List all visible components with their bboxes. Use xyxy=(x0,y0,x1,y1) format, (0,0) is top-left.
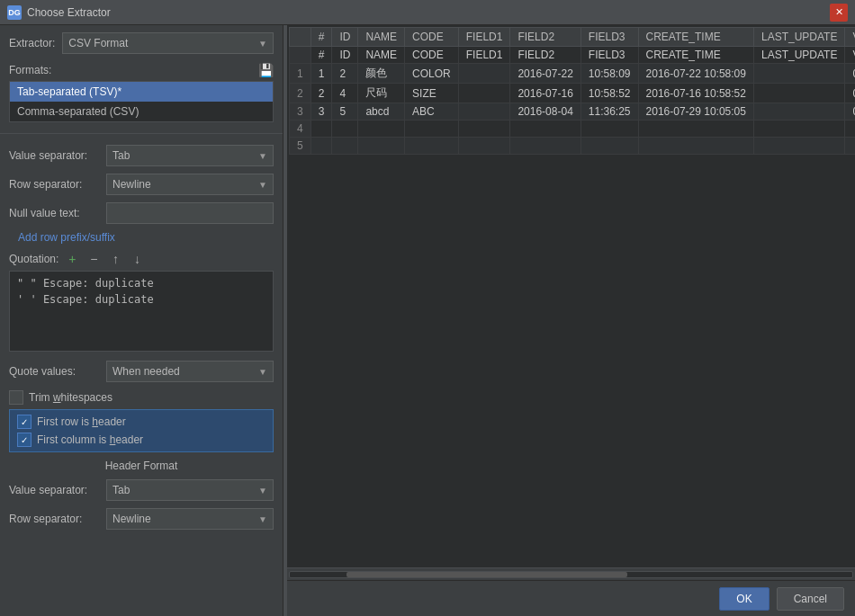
table-cell xyxy=(458,64,510,84)
col-header-field3: FIELD3 xyxy=(580,28,638,47)
table-cell xyxy=(845,121,855,138)
first-column-header-label: First column is header xyxy=(37,433,143,446)
row-number-cell: 4 xyxy=(290,121,311,138)
row-separator-2-row: Row separator: Newline ▼ xyxy=(0,504,283,533)
table-cell xyxy=(580,138,638,155)
table-cell xyxy=(458,103,510,121)
table-cell: # xyxy=(310,47,332,64)
first-row-header-label: First row is header xyxy=(37,415,126,428)
table-cell: 2016-08-04 xyxy=(510,103,580,121)
ok-button[interactable]: OK xyxy=(719,587,769,611)
table-cell: 3 xyxy=(310,103,332,121)
table-cell xyxy=(753,121,844,138)
add-row-prefix-row: Add row prefix/suffix xyxy=(0,228,283,247)
table-cell: 2016-07-29 10:05:05 xyxy=(638,103,753,121)
quotation-up-button[interactable]: ↑ xyxy=(107,251,123,267)
col-header-rownum xyxy=(290,28,311,47)
table-cell: 2016-07-22 xyxy=(510,64,580,84)
quotation-label: Quotation: xyxy=(9,253,58,265)
col-header-last-update: LAST_UPDATE xyxy=(753,28,844,47)
extractor-row: Extractor: CSV Format ▼ xyxy=(0,25,283,59)
table-cell xyxy=(332,121,358,138)
table-cell xyxy=(458,121,510,138)
quotation-down-button[interactable]: ↓ xyxy=(129,251,145,267)
quot-item-1[interactable]: " " Escape: duplicate xyxy=(14,275,269,291)
row-separator-2-combo[interactable]: Newline ▼ xyxy=(106,508,274,530)
formats-save-icon[interactable]: 💾 xyxy=(258,63,274,77)
quote-values-value: When needed xyxy=(112,365,180,378)
col-header-code: CODE xyxy=(405,28,459,47)
table-cell: FIELD1 xyxy=(458,47,510,64)
first-column-header-row: ✓ First column is header xyxy=(14,431,269,449)
format-item-tsv[interactable]: Tab-separated (TSV)* xyxy=(10,82,273,102)
trim-whitespaces-checkbox[interactable] xyxy=(9,390,23,405)
row-separator-combo[interactable]: Newline ▼ xyxy=(106,174,274,195)
col-header-field2: FIELD2 xyxy=(510,28,580,47)
table-cell: COLOR xyxy=(405,64,459,84)
close-button[interactable]: ✕ xyxy=(830,4,848,22)
value-separator-2-combo[interactable]: Tab ▼ xyxy=(106,479,274,501)
quote-values-combo[interactable]: When needed ▼ xyxy=(106,361,274,382)
table-cell xyxy=(405,138,459,155)
row-separator-label: Row separator: xyxy=(9,178,99,191)
value-separator-2-arrow: ▼ xyxy=(258,486,267,495)
first-column-header-checkbox[interactable]: ✓ xyxy=(17,433,32,447)
table-cell xyxy=(310,138,332,155)
scrollbar-track xyxy=(289,571,853,578)
table-cell: 2016-07-22 10:58:09 xyxy=(638,64,753,84)
table-cell: 10:58:09 xyxy=(580,64,638,84)
table-cell xyxy=(358,138,405,155)
first-row-header-row: ✓ First row is header xyxy=(14,413,269,431)
table-cell xyxy=(753,138,844,155)
format-item-csv[interactable]: Comma-separated (CSV) xyxy=(10,102,273,121)
table-cell xyxy=(458,84,510,103)
left-panel: Extractor: CSV Format ▼ Formats: 💾 Tab-s… xyxy=(0,25,284,616)
table-cell: 0 xyxy=(845,103,855,121)
formats-header: Formats: 💾 xyxy=(9,63,274,77)
table-cell: ABC xyxy=(405,103,459,121)
table-cell: 2 xyxy=(332,64,358,84)
extractor-combo-arrow: ▼ xyxy=(258,39,267,49)
quot-item-2[interactable]: ' ' Escape: duplicate xyxy=(14,291,269,308)
table-cell xyxy=(753,84,844,103)
table-cell: 颜色 xyxy=(358,64,405,84)
value-separator-arrow: ▼ xyxy=(258,151,267,161)
header-checkboxes-group: ✓ First row is header ✓ First column is … xyxy=(9,409,274,452)
quotation-remove-button[interactable]: − xyxy=(86,251,102,267)
table-row: 5 xyxy=(290,138,856,155)
add-row-prefix-link[interactable]: Add row prefix/suffix xyxy=(9,228,124,247)
title-bar: DG Choose Extractor ✕ xyxy=(0,0,855,25)
table-cell: 0 xyxy=(845,84,855,103)
null-value-label: Null value text: xyxy=(9,207,99,219)
table-cell xyxy=(580,121,638,138)
quote-values-label: Quote values: xyxy=(9,365,99,378)
table-cell xyxy=(510,138,580,155)
quote-values-row: Quote values: When needed ▼ xyxy=(0,355,283,388)
col-header-id: ID xyxy=(332,28,358,47)
table-cell: 11:36:25 xyxy=(580,103,638,121)
table-cell: 2016-07-16 10:58:52 xyxy=(638,84,753,103)
table-cell xyxy=(405,121,459,138)
table-cell: SIZE xyxy=(405,84,459,103)
quotation-add-button[interactable]: + xyxy=(64,251,80,267)
row-number-cell: 2 xyxy=(290,84,311,103)
first-row-header-checkbox[interactable]: ✓ xyxy=(17,415,32,429)
extractor-combo[interactable]: CSV Format ▼ xyxy=(62,32,274,54)
table-cell: 0 xyxy=(845,64,855,84)
table-cell: FIELD2 xyxy=(510,47,580,64)
divider-1 xyxy=(0,133,283,134)
table-cell xyxy=(753,64,844,84)
row-separator-arrow: ▼ xyxy=(258,180,267,190)
cancel-button[interactable]: Cancel xyxy=(777,587,844,611)
extractor-label: Extractor: xyxy=(9,37,55,49)
table-cell xyxy=(753,103,844,121)
preview-table-container[interactable]: # ID NAME CODE FIELD1 FIELD2 FIELD3 CREA… xyxy=(287,25,855,567)
table-cell: NAME xyxy=(358,47,405,64)
formats-section: Formats: 💾 Tab-separated (TSV)* Comma-se… xyxy=(0,59,283,126)
value-separator-combo[interactable]: Tab ▼ xyxy=(106,145,274,166)
preview-scrollbar[interactable] xyxy=(287,567,855,580)
value-separator-2-row: Value separator: Tab ▼ xyxy=(0,476,283,504)
col-header-name: NAME xyxy=(358,28,405,47)
formats-label: Formats: xyxy=(9,64,51,76)
null-value-input[interactable] xyxy=(106,202,274,224)
